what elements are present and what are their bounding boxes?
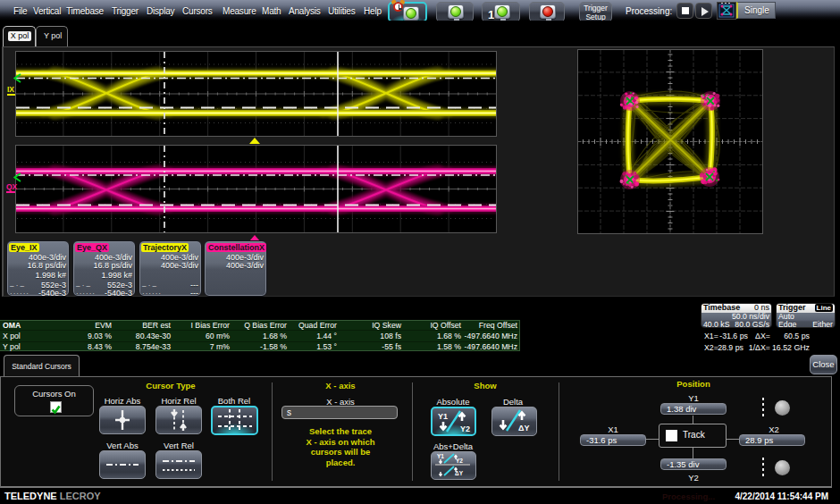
svg-text:Y2: Y2: [456, 458, 463, 464]
svg-text:ΔY: ΔY: [518, 424, 529, 433]
svg-text:Y1: Y1: [438, 412, 448, 421]
svg-text:Y2: Y2: [460, 424, 470, 433]
svg-text:Y1: Y1: [437, 453, 444, 459]
svg-text:ΔY: ΔY: [455, 470, 464, 476]
